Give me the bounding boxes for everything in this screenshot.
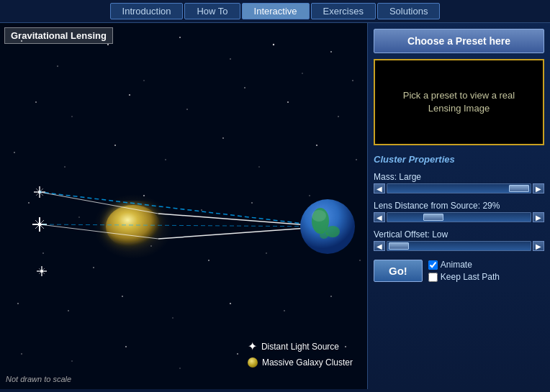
lens-distance-slider-thumb[interactable] xyxy=(423,214,443,221)
tab-exercises[interactable]: Exercises xyxy=(311,3,376,19)
svg-point-15 xyxy=(287,101,289,103)
svg-point-11 xyxy=(71,116,72,117)
go-row: Go! Animate Keep Last Path xyxy=(374,260,544,282)
tab-introduction[interactable]: Introduction xyxy=(110,3,184,19)
svg-point-45 xyxy=(330,296,332,297)
legend: ✦ Distant Light Source Massive Galaxy Cl… xyxy=(248,339,353,368)
svg-point-33 xyxy=(93,267,94,268)
keep-last-path-checkbox[interactable] xyxy=(428,273,438,282)
svg-point-7 xyxy=(302,73,302,73)
svg-point-2 xyxy=(107,44,109,45)
svg-point-48 xyxy=(125,346,127,347)
mass-increase-button[interactable]: ▶ xyxy=(533,183,544,193)
tab-interactive[interactable]: Interactive xyxy=(242,3,310,19)
go-button[interactable]: Go! xyxy=(374,260,423,282)
legend-item-galaxy: Massive Galaxy Cluster xyxy=(248,357,353,368)
svg-point-17 xyxy=(14,152,15,153)
svg-point-24 xyxy=(356,159,357,160)
svg-point-16 xyxy=(338,116,339,117)
svg-point-50 xyxy=(237,353,238,355)
svg-point-26 xyxy=(78,216,79,217)
mass-label: Mass: Large xyxy=(374,172,544,182)
canvas-area: Gravitational Lensing ✦ Distant Light So… xyxy=(0,23,367,389)
svg-point-10 xyxy=(35,101,37,103)
svg-point-22 xyxy=(258,166,259,167)
svg-point-40 xyxy=(68,310,69,311)
diagram-svg xyxy=(0,23,367,389)
top-navigation: Introduction How To Interactive Exercise… xyxy=(0,0,550,23)
svg-point-47 xyxy=(71,360,72,361)
svg-point-12 xyxy=(129,94,130,96)
animate-label: Animate xyxy=(441,260,472,270)
mass-slider-track[interactable] xyxy=(387,183,531,193)
vertical-offset-slider-track[interactable] xyxy=(387,241,531,251)
galaxy-dot-icon xyxy=(248,357,258,368)
choose-preset-button[interactable]: Choose a Preset here xyxy=(374,29,544,53)
svg-point-46 xyxy=(21,353,22,355)
svg-point-14 xyxy=(244,87,245,88)
animate-checkbox-label[interactable]: Animate xyxy=(428,260,500,270)
svg-point-19 xyxy=(114,145,116,146)
vertical-offset-increase-button[interactable]: ▶ xyxy=(533,241,544,251)
mass-decrease-button[interactable]: ◀ xyxy=(374,183,385,193)
svg-point-4 xyxy=(179,37,181,38)
preset-image-box: Pick a preset to view a realLensing Imag… xyxy=(374,59,544,145)
svg-point-38 xyxy=(359,260,360,260)
right-panel: Choose a Preset here Pick a preset to vi… xyxy=(367,23,550,389)
svg-point-39 xyxy=(17,303,19,304)
svg-point-32 xyxy=(42,252,44,254)
vertical-offset-slider-thumb[interactable] xyxy=(389,242,409,250)
vertical-offset-property: Vertical Offset: Low ◀ ▶ xyxy=(374,229,544,251)
legend-star-label: Distant Light Source xyxy=(261,342,339,352)
svg-point-49 xyxy=(179,368,180,368)
svg-point-79 xyxy=(320,232,328,239)
legend-galaxy-label: Massive Galaxy Cluster xyxy=(262,357,353,368)
lens-distance-decrease-button[interactable]: ◀ xyxy=(374,212,385,222)
svg-point-25 xyxy=(28,202,30,204)
svg-point-67 xyxy=(40,270,43,273)
mass-slider-row: ◀ ▶ xyxy=(374,183,544,193)
svg-point-3 xyxy=(143,80,144,81)
animate-checkbox[interactable] xyxy=(428,260,438,270)
keep-last-path-label: Keep Last Path xyxy=(441,272,500,282)
cluster-properties-title: Cluster Properties xyxy=(374,154,544,165)
not-to-scale-label: Not drawn to scale xyxy=(6,375,71,383)
svg-point-18 xyxy=(64,166,65,167)
lens-distance-slider-track[interactable] xyxy=(387,212,531,222)
lens-distance-increase-button[interactable]: ▶ xyxy=(533,212,544,222)
svg-line-71 xyxy=(40,224,328,227)
svg-point-5 xyxy=(230,58,231,60)
svg-point-1 xyxy=(57,65,58,67)
tab-solutions[interactable]: Solutions xyxy=(377,3,440,19)
tab-howto[interactable]: How To xyxy=(184,3,240,19)
mass-property: Mass: Large ◀ ▶ xyxy=(374,172,544,193)
svg-point-35 xyxy=(208,260,209,261)
vertical-offset-decrease-button[interactable]: ◀ xyxy=(374,241,385,251)
lens-distance-property: Lens Distance from Source: 29% ◀ ▶ xyxy=(374,201,544,222)
svg-point-80 xyxy=(312,210,326,222)
canvas-title: Gravitational Lensing xyxy=(4,27,113,44)
checkboxes: Animate Keep Last Path xyxy=(428,260,500,282)
mass-slider-thumb[interactable] xyxy=(509,185,529,192)
svg-point-44 xyxy=(284,310,285,311)
main-area: Gravitational Lensing ✦ Distant Light So… xyxy=(0,23,550,389)
svg-point-42 xyxy=(172,317,173,318)
svg-point-41 xyxy=(122,296,123,297)
svg-point-23 xyxy=(316,145,317,146)
vertical-offset-slider-row: ◀ ▶ xyxy=(374,241,544,251)
svg-point-29 xyxy=(251,202,253,204)
svg-point-28 xyxy=(201,209,202,211)
svg-point-21 xyxy=(222,137,224,139)
star-icon: ✦ xyxy=(248,339,257,353)
keep-last-path-checkbox-label[interactable]: Keep Last Path xyxy=(428,272,500,282)
svg-point-13 xyxy=(186,109,188,110)
svg-point-36 xyxy=(266,252,267,254)
svg-point-69 xyxy=(106,205,161,248)
vertical-offset-label: Vertical Offset: Low xyxy=(374,229,544,240)
svg-point-30 xyxy=(309,195,310,196)
svg-point-6 xyxy=(273,44,274,45)
lens-distance-slider-row: ◀ ▶ xyxy=(374,212,544,222)
preset-image-text: Pick a preset to view a realLensing Imag… xyxy=(403,89,515,115)
svg-point-20 xyxy=(165,159,166,160)
lens-distance-label: Lens Distance from Source: 29% xyxy=(374,201,544,211)
